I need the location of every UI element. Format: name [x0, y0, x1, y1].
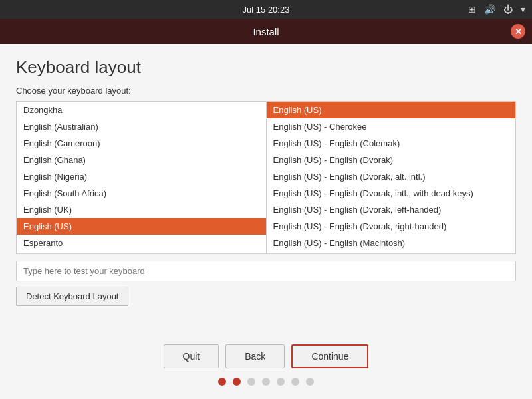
- bottom-area: Quit Back Continue: [16, 344, 516, 386]
- nav-buttons: Quit Back Continue: [16, 344, 516, 368]
- list-item[interactable]: English (US) - English (Dvorak): [267, 152, 516, 168]
- top-bar-icons: ⊞ 🔊 ⏻ ▾: [468, 4, 525, 15]
- list-item[interactable]: English (US): [17, 218, 266, 235]
- progress-dot-6: [306, 378, 314, 386]
- list-item[interactable]: English (Australian): [17, 118, 266, 135]
- window-title: Install: [253, 26, 279, 37]
- list-item[interactable]: English (US) - English (Macintosh): [267, 235, 516, 251]
- quit-button[interactable]: Quit: [164, 344, 219, 368]
- list-item[interactable]: English (UK): [17, 201, 266, 218]
- list-item[interactable]: English (Nigeria): [17, 168, 266, 185]
- list-item[interactable]: English (Ghana): [17, 152, 266, 168]
- list-item[interactable]: English (US) - English (Dvorak, left-han…: [267, 201, 516, 218]
- list-item[interactable]: English (US) - English (Dvorak, intl., w…: [267, 185, 516, 201]
- progress-dot-0: [218, 378, 226, 386]
- top-bar: Jul 15 20:23 ⊞ 🔊 ⏻ ▾: [0, 0, 532, 19]
- title-bar: Install ✕: [0, 19, 532, 44]
- list-item[interactable]: Dzongkha: [17, 102, 266, 118]
- power-icon: ⏻: [503, 4, 513, 15]
- progress-dot-5: [291, 378, 299, 386]
- network-icon: ⊞: [468, 4, 476, 15]
- datetime: Jul 15 20:23: [243, 5, 290, 15]
- main-content: Keyboard layout Choose your keyboard lay…: [0, 44, 532, 399]
- progress-dot-3: [262, 378, 270, 386]
- list-item[interactable]: English (US) - English (Dvorak, right-ha…: [267, 218, 516, 235]
- detect-keyboard-button[interactable]: Detect Keyboard Layout: [16, 287, 128, 306]
- keyboard-layout-lists: DzongkhaEnglish (Australian)English (Cam…: [16, 101, 516, 254]
- list-item[interactable]: Esperanto: [17, 235, 266, 251]
- progress-dot-1: [233, 378, 241, 386]
- menu-arrow-icon: ▾: [521, 4, 525, 15]
- continue-button[interactable]: Continue: [291, 344, 368, 368]
- list-item[interactable]: English (US) - English (Dvorak, alt. int…: [267, 168, 516, 185]
- back-button[interactable]: Back: [225, 344, 285, 368]
- list-item[interactable]: English (US) - English (Colemak): [267, 135, 516, 152]
- list-item[interactable]: English (Cameroon): [17, 135, 266, 152]
- progress-dot-2: [247, 378, 255, 386]
- close-button[interactable]: ✕: [511, 24, 525, 39]
- list-item[interactable]: English (US): [267, 102, 516, 118]
- sound-icon: 🔊: [484, 4, 495, 15]
- list-item[interactable]: English (South Africa): [17, 185, 266, 201]
- page-title: Keyboard layout: [16, 57, 516, 78]
- list-item[interactable]: English (US) - Cherokee: [267, 118, 516, 135]
- keyboard-test-input[interactable]: [16, 261, 516, 281]
- left-layout-list[interactable]: DzongkhaEnglish (Australian)English (Cam…: [16, 101, 266, 254]
- progress-dot-4: [277, 378, 285, 386]
- sublabel: Choose your keyboard layout:: [16, 86, 516, 96]
- progress-dots: [218, 378, 314, 386]
- right-layout-list[interactable]: English (US)English (US) - CherokeeEngli…: [266, 101, 517, 254]
